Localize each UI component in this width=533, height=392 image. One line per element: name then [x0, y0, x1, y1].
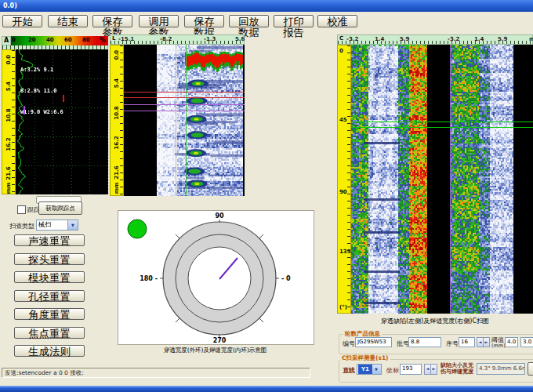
- colorbar-tick: 0: [12, 37, 16, 43]
- cscan-green-cursor-1: [351, 122, 533, 122]
- vruler-label: 0.0: [114, 47, 120, 63]
- calibrate-button[interactable]: 校准: [317, 15, 357, 27]
- vruler-label: 21.6: [5, 165, 12, 181]
- save-data-button[interactable]: 保存数据: [184, 15, 224, 27]
- start-button[interactable]: 开始: [2, 15, 42, 27]
- ascan-plot[interactable]: A:3.2% 9.1 B:2.8% 11.0 W1:9.0 W2:6.6: [16, 49, 108, 194]
- colorbar-tick: 80: [82, 37, 90, 43]
- vruler-label: 45: [339, 117, 347, 123]
- bscan-image-canvas[interactable]: [157, 45, 243, 196]
- title-bar[interactable]: 0.0): [0, 0, 533, 12]
- load-params-button[interactable]: 调用参数: [139, 15, 179, 27]
- polar-caption: 穿透宽度(外环)及焊缝宽度(内环)示意图: [118, 347, 313, 354]
- status-text: 发送:setencoder a 0 0 接收:: [5, 369, 84, 376]
- coord-increment-button[interactable]: ►: [430, 364, 437, 375]
- cscan-green-cursor-2: [351, 127, 533, 128]
- defect-size-label: 缺陷大小及无 伤与焊缝宽度: [441, 362, 473, 375]
- cscan-right-image-canvas[interactable]: [451, 45, 513, 314]
- colorbar-tick: 40: [46, 37, 54, 43]
- threshold-field-1[interactable]: 4.0: [505, 337, 518, 347]
- bscan-red-cursor-2: [124, 97, 245, 98]
- seq-increment-button[interactable]: ►: [483, 337, 490, 347]
- polar-diagram: 90 270 180 - - 0: [118, 211, 314, 344]
- bscan-vruler: 0.0 5.4 10.8 16.2 21.6 mm: [110, 45, 124, 196]
- coord-label: 坐标: [386, 366, 399, 375]
- vruler-label: 135: [339, 249, 351, 255]
- threshold-field-2[interactable]: 3.0: [520, 337, 533, 347]
- cscan-caption: 穿透缺陷(左侧)及焊缝宽度(右侧)C扫图: [337, 317, 533, 325]
- seq-label: 序号: [446, 339, 459, 348]
- save-params-button[interactable]: 保存参数: [92, 15, 132, 27]
- vruler-label: 5.4: [114, 75, 120, 91]
- generate-law-button[interactable]: 生成法则: [14, 345, 85, 357]
- status-bar: 发送:setencoder a 0 0 接收:: [2, 368, 310, 378]
- line-select[interactable]: ▼ Y1: [357, 364, 382, 375]
- probe-reset-button[interactable]: 探头重置: [14, 253, 85, 265]
- module-reset-button[interactable]: 模块重置: [14, 271, 85, 283]
- ascan-panel-label: A: [2, 36, 11, 45]
- line-select-value: Y1: [358, 365, 372, 374]
- sampling-title: C扫采样测量(s1): [340, 354, 390, 362]
- polar-label-90: 90: [215, 212, 224, 220]
- ascan-vruler: 0.0 5.4 10.8 16.2 21.6 mm: [2, 49, 16, 194]
- replay-data-button[interactable]: 回放数据: [229, 15, 269, 27]
- velocity-reset-button[interactable]: 声速重置: [14, 234, 85, 246]
- get-track-point-button[interactable]: 获取跟踪点: [38, 201, 82, 215]
- seq-field[interactable]: 16: [459, 337, 475, 347]
- bottom-taskbar-strip: [0, 386, 533, 392]
- ascan-readout: A:3.2% 9.1 B:2.8% 11.0 W1:9.0 W2:6.6: [20, 53, 63, 130]
- print-report-button[interactable]: 打印报告: [274, 15, 314, 27]
- bscan-red-cursor-1: [124, 92, 245, 93]
- scan-type-dropdown[interactable]: ▼ 械扫: [36, 220, 78, 230]
- id-label: 编号: [343, 339, 355, 348]
- vruler-label: 0: [339, 48, 343, 54]
- track-checkbox[interactable]: [17, 205, 26, 214]
- end-button[interactable]: 结束: [48, 15, 88, 27]
- ascan-purple-gate-marker: [24, 106, 25, 114]
- window-title: 0.0): [3, 2, 17, 9]
- vruler-unit: mm: [5, 180, 12, 196]
- bscan-purple-cursor-2: [124, 111, 245, 111]
- polar-panel: 90 270 180 - - 0: [118, 210, 314, 345]
- cscan-left-image-canvas[interactable]: [351, 45, 427, 314]
- colorbar-tick: 20: [28, 37, 36, 43]
- chevron-down-icon[interactable]: ▼: [67, 220, 78, 230]
- focus-reset-button[interactable]: 焦点重置: [14, 327, 85, 339]
- batch-field[interactable]: 8.8: [408, 337, 441, 347]
- threshold-unit: (mm): [491, 343, 506, 349]
- vruler-label: 10.8: [114, 105, 120, 121]
- cscan-hruler: C -3.2 1.4 5.9 -3.2 1.4 5.9 mm: [337, 34, 533, 45]
- cscan-plot[interactable]: [351, 45, 533, 314]
- app-window: 0.0) 开始 结束 保存参数 调用参数 保存数据 回放数据 打印报告 校准 A…: [0, 0, 533, 392]
- aperture-reset-button[interactable]: 孔径重置: [14, 290, 85, 302]
- polar-label-0: - 0: [281, 275, 291, 282]
- line-label: 直线: [343, 366, 355, 375]
- vruler-label: 21.6: [114, 165, 120, 180]
- colorbar-unit: %: [97, 36, 108, 45]
- colorbar-tick: 60: [64, 37, 72, 43]
- polar-label-270: 270: [213, 337, 227, 344]
- vruler-label: 5.4: [5, 78, 12, 94]
- coord-field[interactable]: 193: [400, 364, 422, 375]
- amplitude-gradient: 0 20 40 60 80: [11, 36, 97, 45]
- bscan-green-cursor: [186, 45, 187, 196]
- scan-type-value: 械扫: [38, 221, 51, 228]
- bscan-hruler: L -15.1 -8.2 -1.3 5.6: [110, 34, 245, 45]
- cscan-purple-border-line: [450, 45, 451, 314]
- vruler-label: 10.8: [5, 107, 12, 123]
- vruler-label: 90: [339, 189, 347, 195]
- bscan-plot[interactable]: [124, 45, 245, 196]
- ascan-red-gate-marker: [63, 95, 64, 102]
- angle-reset-button[interactable]: 角度重置: [14, 308, 85, 320]
- vruler-label: 16.2: [5, 136, 12, 152]
- vruler-unit: mm: [114, 180, 120, 196]
- polar-label-180: 180 -: [140, 275, 158, 282]
- vruler-label: 0.0: [5, 52, 12, 67]
- scan-type-label: 扫查类型: [9, 222, 34, 230]
- vruler-unit: (°): [339, 304, 347, 310]
- reset-button[interactable]: 重置: [528, 362, 533, 376]
- vruler-label: 16.2: [114, 135, 120, 151]
- status-green-light: [128, 220, 147, 238]
- bscan-purple-cursor-1: [124, 104, 245, 105]
- id-field[interactable]: JG29SW53: [355, 337, 392, 347]
